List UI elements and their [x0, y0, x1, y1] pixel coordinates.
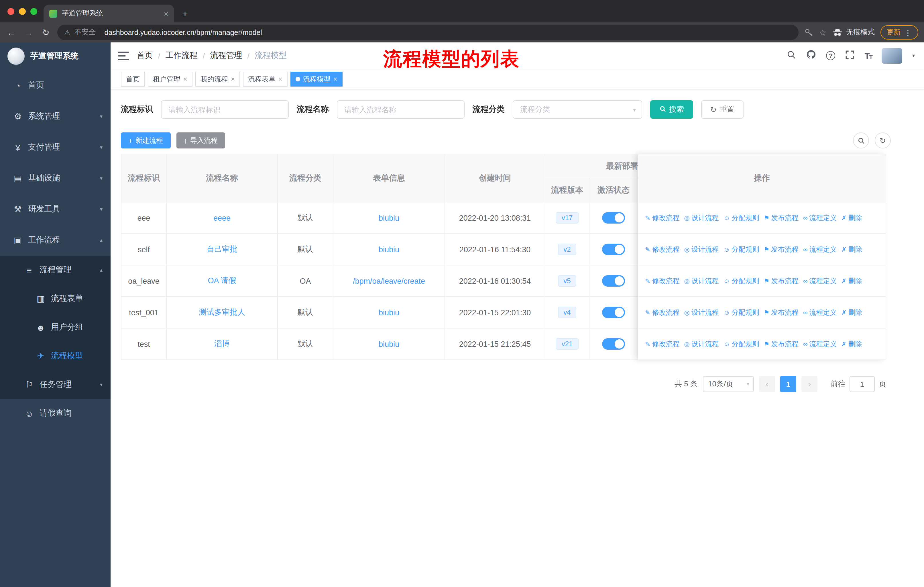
github-icon[interactable] [806, 49, 816, 62]
form-info-link[interactable]: biubiu [379, 308, 399, 317]
op-publish-link[interactable]: ⚑发布流程 [764, 245, 799, 254]
refresh-table-button[interactable]: ↻ [875, 132, 891, 149]
update-chrome-button[interactable]: 更新 ⋮ [881, 25, 918, 40]
close-icon[interactable]: × [183, 76, 187, 83]
process-name-link[interactable]: 自己审批 [206, 244, 238, 255]
sidebar-item-payment[interactable]: ¥ 支付管理 ▾ [0, 132, 111, 163]
tag-my-process[interactable]: 我的流程 × [195, 72, 240, 86]
op-assign-rule-link[interactable]: ☺分配规则 [723, 308, 759, 317]
op-modify-link[interactable]: ✎修改流程 [645, 276, 680, 286]
op-assign-rule-link[interactable]: ☺分配规则 [723, 245, 759, 254]
breadcrumb-workflow[interactable]: 工作流程 [165, 50, 198, 61]
op-definition-link[interactable]: ∞流程定义 [803, 213, 837, 223]
op-definition-link[interactable]: ∞流程定义 [803, 276, 837, 286]
op-modify-link[interactable]: ✎修改流程 [645, 213, 680, 223]
new-tab-button[interactable]: + [182, 9, 188, 19]
page-1-button[interactable]: 1 [780, 376, 796, 392]
op-publish-link[interactable]: ⚑发布流程 [764, 339, 799, 349]
close-window-button[interactable] [7, 8, 14, 15]
sidebar-item-user-group[interactable]: ☻ 用户分组 [0, 313, 111, 342]
address-bar[interactable]: ⚠ 不安全 dashboard.yudao.iocoder.cn/bpm/man… [57, 25, 798, 40]
import-process-button[interactable]: ↑ 导入流程 [176, 132, 225, 149]
maximize-window-button[interactable] [30, 8, 37, 15]
browser-menu-icon[interactable]: ⋮ [904, 28, 912, 37]
op-design-link[interactable]: ◎设计流程 [684, 276, 719, 286]
sidebar-item-workflow[interactable]: ▣ 工作流程 ▴ [0, 225, 111, 256]
op-definition-link[interactable]: ∞流程定义 [803, 339, 837, 349]
reload-button[interactable]: ↻ [40, 27, 51, 38]
tag-process-model[interactable]: 流程模型 × [290, 72, 343, 86]
form-info-link[interactable]: biubiu [379, 213, 399, 222]
sidebar-item-devtools[interactable]: ⚒ 研发工具 ▾ [0, 194, 111, 225]
process-category-select[interactable]: 流程分类 ▾ [513, 100, 642, 119]
avatar[interactable] [882, 48, 903, 63]
close-icon[interactable]: × [231, 76, 235, 83]
op-delete-link[interactable]: ✗删除 [842, 339, 862, 349]
bookmark-star-icon[interactable]: ☆ [819, 27, 827, 38]
prev-page-button[interactable]: ‹ [759, 376, 775, 392]
breadcrumb-process-manage[interactable]: 流程管理 [210, 50, 242, 61]
op-definition-link[interactable]: ∞流程定义 [803, 245, 837, 254]
sidebar-item-task-manage[interactable]: ⚐ 任务管理 ▾ [0, 370, 111, 399]
active-toggle[interactable] [602, 307, 625, 318]
op-design-link[interactable]: ◎设计流程 [684, 339, 719, 349]
next-page-button[interactable]: › [802, 376, 817, 392]
process-name-input[interactable] [337, 100, 465, 119]
hamburger-icon[interactable] [118, 51, 129, 60]
forward-button[interactable]: → [23, 28, 35, 37]
create-process-button[interactable]: + 新建流程 [121, 132, 170, 149]
close-icon[interactable]: × [279, 76, 282, 83]
form-info-link[interactable]: biubiu [379, 340, 399, 348]
sidebar-item-home[interactable]: ◔ 首页 [0, 70, 111, 101]
op-design-link[interactable]: ◎设计流程 [684, 308, 719, 317]
toggle-search-button[interactable] [853, 132, 869, 149]
op-modify-link[interactable]: ✎修改流程 [645, 339, 680, 349]
op-delete-link[interactable]: ✗删除 [842, 213, 862, 223]
tag-tenant[interactable]: 租户管理 × [148, 72, 193, 86]
tag-process-form[interactable]: 流程表单 × [243, 72, 287, 86]
op-publish-link[interactable]: ⚑发布流程 [764, 276, 799, 286]
form-info-link[interactable]: /bpm/oa/leave/create [353, 276, 425, 285]
op-delete-link[interactable]: ✗删除 [842, 245, 862, 254]
browser-tab[interactable]: 芋道管理系统 × [43, 5, 174, 22]
op-assign-rule-link[interactable]: ☺分配规则 [723, 276, 759, 286]
page-size-select[interactable]: 10条/页 ▾ [703, 376, 754, 392]
font-size-icon[interactable]: TT [865, 51, 872, 61]
sidebar-item-process-form[interactable]: ▥ 流程表单 [0, 284, 111, 313]
help-icon[interactable]: ? [826, 51, 835, 60]
sidebar-item-infrastructure[interactable]: ▤ 基础设施 ▾ [0, 163, 111, 194]
op-definition-link[interactable]: ∞流程定义 [803, 308, 837, 317]
active-toggle[interactable] [602, 244, 625, 255]
process-name-link[interactable]: 滔博 [214, 339, 230, 349]
search-button[interactable]: 搜索 [650, 100, 693, 119]
process-key-input[interactable] [161, 100, 289, 119]
sidebar-item-process-manage[interactable]: ≡ 流程管理 ▴ [0, 256, 111, 284]
process-name-link[interactable]: eeee [213, 213, 231, 222]
op-assign-rule-link[interactable]: ☺分配规则 [723, 339, 759, 349]
tag-home[interactable]: 首页 [121, 72, 145, 86]
active-toggle[interactable] [602, 338, 625, 350]
op-delete-link[interactable]: ✗删除 [842, 276, 862, 286]
reset-button[interactable]: ↻ 重置 [701, 100, 744, 119]
fullscreen-icon[interactable] [845, 50, 855, 62]
op-assign-rule-link[interactable]: ☺分配规则 [723, 213, 759, 223]
sidebar-item-process-model[interactable]: ✈ 流程模型 [0, 342, 111, 370]
password-key-icon[interactable] [804, 28, 813, 37]
op-modify-link[interactable]: ✎修改流程 [645, 245, 680, 254]
search-icon[interactable] [787, 50, 796, 62]
sidebar-item-leave-query[interactable]: ☺ 请假查询 [0, 399, 111, 428]
tab-close-icon[interactable]: × [164, 10, 168, 18]
process-name-link[interactable]: OA 请假 [208, 276, 236, 286]
form-info-link[interactable]: biubiu [379, 245, 399, 254]
sidebar-item-system[interactable]: ⚙ 系统管理 ▾ [0, 101, 111, 132]
back-button[interactable]: ← [6, 28, 17, 37]
op-design-link[interactable]: ◎设计流程 [684, 245, 719, 254]
goto-page-input[interactable] [850, 376, 875, 392]
minimize-window-button[interactable] [19, 8, 26, 15]
op-publish-link[interactable]: ⚑发布流程 [764, 213, 799, 223]
close-icon[interactable]: × [333, 76, 337, 83]
active-toggle[interactable] [602, 275, 625, 287]
op-publish-link[interactable]: ⚑发布流程 [764, 308, 799, 317]
process-name-link[interactable]: 测试多审批人 [199, 307, 245, 317]
op-design-link[interactable]: ◎设计流程 [684, 213, 719, 223]
